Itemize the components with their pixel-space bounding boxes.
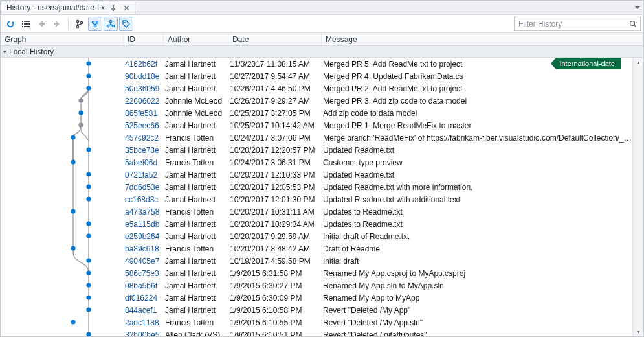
- svg-point-29: [71, 209, 75, 213]
- commit-id[interactable]: 32b00be5: [124, 331, 164, 337]
- commit-message: Renamed My App to MyApp: [322, 294, 632, 303]
- svg-point-12: [109, 20, 111, 22]
- commit-id[interactable]: 0721fa52: [124, 170, 164, 180]
- commit-id[interactable]: 4162b62f: [124, 60, 164, 69]
- branch-button[interactable]: [72, 17, 87, 31]
- pin-icon[interactable]: [109, 3, 118, 12]
- graph-full-button[interactable]: [104, 17, 118, 31]
- commit-date: 10/26/2017 9:29:27 AM: [228, 97, 322, 106]
- commit-message: Add zip code to data model: [322, 109, 632, 118]
- commit-message: Updated Readme.txt: [322, 170, 632, 180]
- svg-point-6: [76, 20, 78, 22]
- section-local-history[interactable]: ▾ Local History: [1, 46, 643, 58]
- graph-simple-button[interactable]: [88, 17, 102, 31]
- commit-author: Jamal Hartnett: [164, 84, 228, 93]
- svg-point-24: [86, 147, 91, 152]
- commit-id[interactable]: 35bce78e: [124, 146, 164, 155]
- commit-date: 1/9/2015 6:10:55 PM: [228, 318, 322, 327]
- commit-id[interactable]: e5a115db: [124, 220, 164, 229]
- commit-id[interactable]: 90bdd18e: [124, 72, 164, 81]
- commit-id[interactable]: 844acef1: [124, 306, 164, 315]
- commit-message: Updated Readme.txt with additional text: [322, 195, 632, 204]
- nav-forward-button: [50, 17, 64, 31]
- commit-id[interactable]: 2adc1188: [124, 318, 164, 327]
- svg-point-26: [86, 172, 91, 176]
- commit-date: 1/9/2015 6:30:27 PM: [228, 281, 322, 290]
- svg-point-33: [86, 258, 91, 262]
- svg-point-17: [86, 61, 91, 65]
- commit-author: Jamal Hartnett: [164, 294, 228, 303]
- svg-point-35: [86, 283, 91, 287]
- commit-message: Updates to Readme.txt: [322, 207, 632, 216]
- close-icon[interactable]: [122, 3, 131, 12]
- commit-id[interactable]: 525eec66: [124, 121, 164, 130]
- tab-history[interactable]: History - users/jamal/date-fix: [1, 1, 135, 14]
- commit-author: Jamal Hartnett: [164, 232, 228, 241]
- branch-badge[interactable]: international-date: [551, 58, 621, 69]
- commit-id[interactable]: 22606022: [124, 97, 164, 106]
- toolbar-separator: [68, 18, 69, 30]
- filter-placeholder: Filter History: [518, 19, 627, 29]
- filter-history-input[interactable]: Filter History: [514, 17, 641, 31]
- commit-id[interactable]: 50e36059: [124, 84, 164, 93]
- col-date[interactable]: Date: [228, 33, 322, 45]
- commit-message: Initial draft of Readme.txt: [322, 232, 632, 241]
- list-view-button[interactable]: [19, 17, 33, 31]
- commit-id[interactable]: 08ba5b6f: [124, 281, 164, 290]
- svg-rect-3: [24, 21, 30, 22]
- show-tags-button[interactable]: [119, 17, 133, 31]
- commit-date: 10/20/2017 12:20:57 PM: [228, 146, 322, 155]
- svg-rect-1: [22, 23, 23, 25]
- svg-rect-2: [22, 26, 23, 27]
- commit-date: 10/25/2017 3:27:05 PM: [228, 109, 322, 118]
- commit-date: 1/9/2015 6:10:58 PM: [228, 306, 322, 315]
- commit-date: 10/20/2017 9:29:59 AM: [228, 232, 322, 241]
- scroll-up-icon[interactable]: ▴: [637, 59, 640, 65]
- commit-id[interactable]: 490405e7: [124, 257, 164, 266]
- commit-author: Jamal Hartnett: [164, 195, 228, 204]
- svg-point-22: [78, 122, 83, 127]
- col-message[interactable]: Message: [322, 33, 643, 45]
- section-title: Local History: [9, 47, 54, 56]
- commit-id[interactable]: e259b264: [124, 232, 164, 241]
- commit-date: 10/26/2017 4:46:50 PM: [228, 84, 322, 93]
- vertical-scrollbar[interactable]: ▴ ▾: [632, 58, 643, 336]
- commit-message: Draft of Readme: [322, 244, 632, 253]
- commit-date: 10/20/2017 12:01:30 PM: [228, 195, 322, 204]
- commit-id[interactable]: 586c75e3: [124, 269, 164, 278]
- commit-date: 10/24/2017 3:07:06 PM: [228, 134, 322, 143]
- commit-author: Jamal Hartnett: [164, 281, 228, 290]
- commit-author: Jamal Hartnett: [164, 170, 228, 180]
- commit-id[interactable]: 865fe581: [124, 109, 164, 118]
- commit-id[interactable]: 7dd6d53e: [124, 183, 164, 192]
- refresh-button[interactable]: [3, 17, 17, 31]
- commit-message: Merged PR 1: Merge ReadMeFix to master: [322, 121, 632, 130]
- svg-point-16: [630, 21, 635, 25]
- commit-id[interactable]: 5abef06d: [124, 158, 164, 167]
- commit-id[interactable]: cc168d3c: [124, 195, 164, 204]
- scroll-down-icon[interactable]: ▾: [637, 329, 640, 335]
- commit-message: Customer type preview: [322, 158, 632, 167]
- svg-point-10: [96, 21, 98, 23]
- commit-date: 10/25/2017 10:14:42 AM: [228, 121, 322, 130]
- col-id[interactable]: ID: [124, 33, 164, 45]
- col-graph[interactable]: Graph: [1, 33, 124, 45]
- svg-point-19: [86, 86, 91, 90]
- svg-point-39: [86, 332, 91, 336]
- commit-date: 11/3/2017 11:08:15 AM: [228, 60, 322, 69]
- commit-author: Jamal Hartnett: [164, 183, 228, 192]
- col-author[interactable]: Author: [164, 33, 228, 45]
- tab-overflow-button[interactable]: [632, 1, 643, 14]
- svg-point-37: [86, 307, 91, 312]
- commit-date: 10/20/2017 12:05:53 PM: [228, 183, 322, 192]
- commit-id[interactable]: ba89c618: [124, 244, 164, 253]
- search-icon[interactable]: [627, 19, 639, 29]
- commit-id[interactable]: a473a758: [124, 207, 164, 216]
- commit-date: 10/24/2017 3:06:31 PM: [228, 158, 322, 167]
- svg-point-36: [86, 295, 91, 299]
- commit-id[interactable]: 457c92c2: [124, 134, 164, 143]
- commit-message: Updated Readme.txt: [322, 146, 632, 155]
- commit-id[interactable]: df016224: [124, 294, 164, 303]
- commit-message: Updates to Readme.txt: [322, 220, 632, 229]
- svg-point-23: [71, 135, 75, 139]
